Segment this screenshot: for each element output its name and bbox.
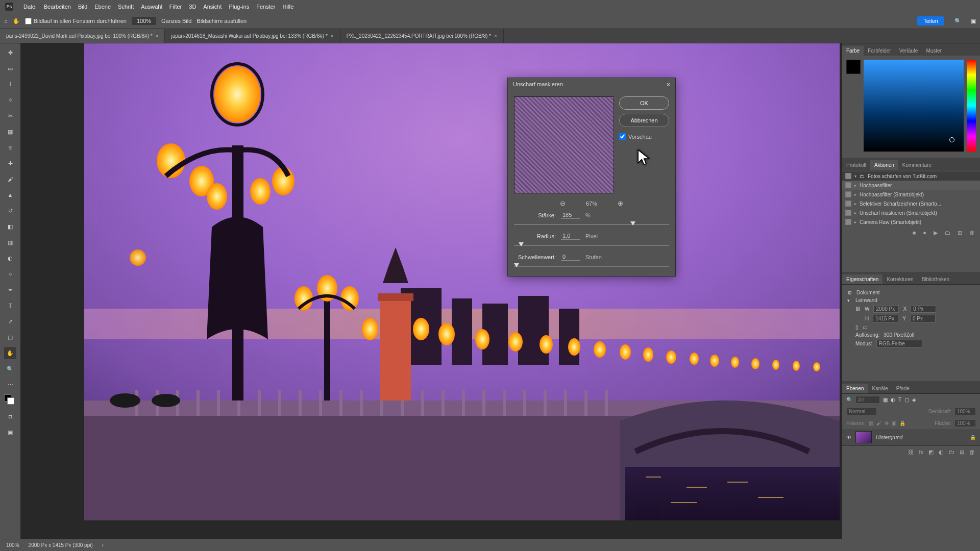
status-zoom[interactable]: 100%	[6, 542, 19, 548]
height-field[interactable]	[873, 315, 898, 322]
canvas-area[interactable]	[20, 43, 842, 539]
color-picker-ring[interactable]	[949, 137, 954, 142]
close-icon[interactable]: ×	[666, 81, 670, 88]
close-icon[interactable]: ×	[156, 33, 159, 39]
slider-thumb[interactable]	[514, 263, 519, 267]
filter-shape-icon[interactable]: ▢	[904, 397, 909, 403]
y-field[interactable]	[910, 315, 936, 322]
orientation-landscape-icon[interactable]: ▭	[863, 324, 867, 330]
screenmode-icon[interactable]: ▣	[4, 426, 16, 438]
slider-thumb[interactable]	[519, 242, 524, 246]
tab-aktionen[interactable]: Aktionen	[870, 160, 898, 170]
orientation-portrait-icon[interactable]: ▯	[855, 324, 859, 330]
chevron-right-icon[interactable]: ▸	[854, 202, 856, 206]
ok-button[interactable]: OK	[619, 96, 669, 110]
play-icon[interactable]: ▶	[934, 230, 938, 236]
document-tab-2[interactable]: japan-2014618_Masashi Wakui auf Pixabay.…	[165, 29, 340, 43]
visibility-toggle-icon[interactable]	[845, 173, 851, 179]
workspace-icon[interactable]: ▣	[971, 18, 976, 24]
menu-file[interactable]: Datei	[23, 4, 37, 10]
menu-filter[interactable]: Filter	[169, 4, 182, 10]
visibility-toggle-icon[interactable]	[845, 182, 851, 188]
visibility-toggle-icon[interactable]	[845, 210, 851, 216]
zoom-value[interactable]: 100%	[132, 17, 156, 25]
foreground-swatch[interactable]	[846, 60, 861, 74]
move-tool-icon[interactable]: ✥	[4, 46, 16, 59]
menu-view[interactable]: Ansicht	[203, 4, 222, 10]
radius-input[interactable]: 1,0	[561, 232, 580, 240]
tab-kanaele[interactable]: Kanäle	[868, 384, 892, 393]
lock-artboard-icon[interactable]: ▣	[892, 420, 896, 426]
path-tool-icon[interactable]: ↗	[4, 315, 16, 328]
eraser-tool-icon[interactable]: ◧	[4, 220, 16, 233]
gradient-tool-icon[interactable]: ▥	[4, 236, 16, 248]
lock-transparent-icon[interactable]: ▨	[869, 420, 873, 426]
chevron-down-icon[interactable]: ▾	[854, 174, 856, 179]
scroll-all-box[interactable]	[25, 18, 32, 24]
new-set-icon[interactable]: 🗀	[945, 230, 950, 236]
layer-thumbnail[interactable]	[855, 431, 872, 443]
chevron-down-icon[interactable]: ▾	[847, 298, 850, 303]
tab-muster[interactable]: Muster	[922, 46, 946, 56]
strength-input[interactable]: 185	[561, 211, 580, 219]
lock-all-icon[interactable]: 🔒	[899, 420, 905, 426]
hue-slider[interactable]	[967, 60, 976, 152]
dialog-titlebar[interactable]: Unscharf maskieren ×	[508, 78, 675, 90]
zoom-tool-icon[interactable]: 🔍	[4, 363, 16, 375]
menu-select[interactable]: Auswahl	[141, 4, 162, 10]
document-tab-1[interactable]: paris-2499022_David Mark auf Pixabay.jpg…	[0, 29, 165, 43]
visibility-toggle-icon[interactable]	[845, 201, 851, 207]
action-item[interactable]: ▸ Selektiver Scharfzeichner (Smarto...	[842, 199, 980, 208]
visibility-toggle-icon[interactable]	[845, 191, 851, 197]
layer-row[interactable]: 👁 Hintergrund 🔒	[842, 429, 980, 445]
preview-check-box[interactable]	[619, 133, 626, 140]
eyedropper-tool-icon[interactable]: ⎋	[4, 141, 16, 154]
menu-window[interactable]: Fenster	[256, 4, 275, 10]
frame-tool-icon[interactable]: ▦	[4, 126, 16, 138]
wand-tool-icon[interactable]: ✧	[4, 94, 16, 106]
scroll-all-checkbox[interactable]: Bildlauf in allen Fenstern durchführen	[25, 18, 127, 24]
trash-icon[interactable]: 🗑	[969, 449, 975, 456]
threshold-input[interactable]: 0	[561, 253, 580, 261]
dodge-tool-icon[interactable]: ○	[4, 268, 16, 280]
lasso-tool-icon[interactable]: ⌇	[4, 78, 16, 90]
layer-name[interactable]: Hintergrund	[876, 435, 902, 440]
cancel-button[interactable]: Abbrechen	[619, 114, 669, 127]
visibility-toggle-icon[interactable]: 👁	[846, 435, 851, 440]
tab-protokoll[interactable]: Protokoll	[842, 160, 870, 170]
blend-mode-select[interactable]	[846, 408, 877, 415]
fill-screen-button[interactable]: Bildschirm ausfüllen	[197, 18, 247, 24]
filter-preview[interactable]	[514, 96, 614, 193]
preview-checkbox[interactable]: Vorschau	[619, 133, 669, 140]
filter-type-icon[interactable]: T	[898, 397, 901, 403]
menu-type[interactable]: Schrift	[118, 4, 134, 10]
threshold-slider[interactable]	[514, 266, 669, 267]
stop-icon[interactable]: ■	[913, 230, 916, 236]
zoom-out-icon[interactable]: ⊖	[560, 199, 566, 207]
marquee-tool-icon[interactable]: ▭	[4, 62, 16, 74]
edit-toolbar-icon[interactable]: ⋯	[4, 379, 16, 391]
tab-bibliotheken[interactable]: Bibliotheken	[918, 274, 953, 284]
menu-3d[interactable]: 3D	[189, 4, 196, 10]
x-field[interactable]	[911, 305, 936, 313]
color-field[interactable]	[864, 60, 964, 152]
menu-edit[interactable]: Bearbeiten	[44, 4, 71, 10]
tab-pfade[interactable]: Pfade	[892, 384, 914, 393]
hand-tool-icon[interactable]: ✋	[4, 347, 16, 359]
search-icon[interactable]: 🔍	[954, 18, 962, 24]
action-group[interactable]: ▾ 🗀 Fotos schärfen von TutKit.com	[842, 171, 980, 181]
foreground-background-swatch[interactable]	[4, 394, 16, 407]
action-item[interactable]: ▸ Hochpassfilter (Smartobjekt)	[842, 190, 980, 199]
brush-tool-icon[interactable]: 🖌	[4, 173, 16, 185]
tab-farbfelder[interactable]: Farbfelder	[864, 46, 895, 56]
layer-mask-icon[interactable]: ◩	[928, 449, 934, 456]
menu-help[interactable]: Hilfe	[282, 4, 293, 10]
action-item[interactable]: ▸ Hochpassfilter	[842, 181, 980, 190]
shape-tool-icon[interactable]: ▢	[4, 331, 16, 343]
tab-korrekturen[interactable]: Korrekturen	[883, 274, 917, 284]
slider-thumb[interactable]	[630, 221, 635, 226]
tab-verlaeufe[interactable]: Verläufe	[895, 46, 922, 56]
chevron-right-icon[interactable]: ▸	[854, 211, 856, 215]
menu-layer[interactable]: Ebene	[94, 4, 111, 10]
hand-tool-icon[interactable]: ✋	[13, 18, 20, 24]
